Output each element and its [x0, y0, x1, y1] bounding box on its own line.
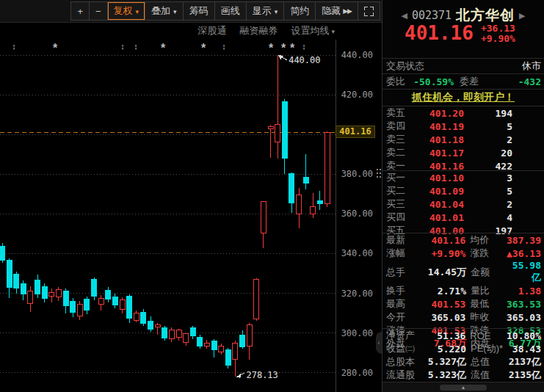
toolbar-button-huaxian[interactable]: 画线	[214, 2, 246, 20]
chart-section: +−复权▾叠加▾筹码画线显示▾简约隐藏▶▶ 深股通融资融券设置均线▾ ↕*↕↕*…	[0, 0, 382, 392]
stat-row: 最高401.53最低363.53	[382, 297, 544, 311]
stat-label: 收益㈡	[386, 342, 424, 355]
chevron-down-icon: ▾	[275, 8, 278, 15]
candle-body	[268, 126, 273, 128]
sell-row[interactable]: 卖五401.20194	[382, 106, 544, 120]
candle-body	[204, 344, 209, 346]
prev-stock-icon[interactable]: ◀	[401, 11, 407, 21]
event-star-icon[interactable]: *	[269, 42, 274, 54]
stock-header: ◀ 002371 北方华创 ▶ 401.16 +36.13 +9.90%	[382, 0, 544, 58]
stat-row: 涨幅+9.90%涨跌▲36.13	[382, 247, 544, 260]
stat-value: 365.03	[424, 312, 466, 323]
sell-row[interactable]: 卖三401.182	[382, 133, 544, 146]
financials-grid: 净资产51.36ROE10.80%收益㈡5.220PE(动)*38.43总股本5…	[382, 328, 544, 382]
candle-body	[84, 300, 90, 311]
event-star-icon[interactable]: *	[290, 42, 295, 54]
panel-collapse-icon[interactable]: ‹	[376, 332, 382, 354]
axis-label: 300.00	[336, 328, 373, 338]
toolbar-button-diejia[interactable]: 叠加▾	[145, 2, 183, 20]
candle-body	[120, 300, 125, 309]
candle-body	[297, 195, 302, 214]
stat-label: 总股本	[386, 355, 424, 369]
stat-label: 量比	[466, 284, 507, 297]
level-label: 买四	[386, 211, 411, 224]
sell-queue: 卖五401.20194卖四401.195卖三401.182卖二401.1720卖…	[382, 106, 544, 170]
event-star-icon[interactable]: *	[201, 42, 206, 54]
event-updown-icon[interactable]: ↕	[12, 42, 16, 51]
stat-row: 换手2.71%量比1.38	[382, 284, 544, 297]
panel-splitter[interactable]: ‹	[375, 40, 382, 392]
level-price: 401.17	[411, 148, 464, 159]
stat-row: 流通股5.323亿流值2135亿	[382, 369, 544, 382]
candle-body	[14, 275, 19, 288]
buy-row[interactable]: 买一401.103	[382, 171, 544, 184]
axis-label: 280.00	[336, 368, 373, 378]
toolbar-button-zoom-in[interactable]: +	[71, 2, 89, 20]
level-volume: 2	[464, 199, 512, 210]
toolbar-button-xianshi[interactable]: 显示▾	[246, 2, 284, 20]
weibi-label: 委比	[386, 75, 405, 88]
event-updown-icon[interactable]: ↕	[120, 42, 125, 51]
toolbar-links: 深股通融资融券设置均线▾	[0, 23, 339, 39]
toolbar-link-shengutong[interactable]: 深股通	[197, 24, 226, 37]
toolbar-button-jianyue[interactable]: 简约	[283, 2, 315, 20]
level-price: 401.01	[411, 212, 464, 223]
sell-row[interactable]: 卖二401.1720	[382, 146, 544, 159]
toolbar-button-zoom-out[interactable]: −	[89, 2, 107, 20]
stock-code: 002371	[412, 9, 451, 22]
next-stock-icon[interactable]: ▶	[519, 11, 525, 21]
weicha-value: -432	[518, 76, 541, 87]
toolbar-link-shezhijunxian[interactable]: 设置均线▾	[291, 24, 335, 37]
splitter-grip-icon[interactable]	[377, 169, 378, 170]
event-updown-icon[interactable]: ↕	[134, 42, 138, 51]
low-annotation: 278.13	[246, 370, 278, 380]
toolbar-button-yincang[interactable]: 隐藏▶▶	[315, 2, 358, 20]
stat-label: PE(动)*	[466, 342, 507, 355]
level-price: 401.20	[411, 108, 464, 119]
candle-body	[176, 330, 181, 338]
toolbar-button-fullscreen[interactable]	[358, 2, 380, 20]
toolbar-button-fuquan[interactable]: 复权▾	[107, 2, 145, 20]
candle-body	[148, 321, 153, 329]
event-star-icon[interactable]: *	[281, 42, 286, 54]
event-star-icon[interactable]: *	[161, 42, 166, 54]
ad-banner: 抓住机会，即刻开户！	[382, 89, 544, 106]
buy-row[interactable]: 买三401.042	[382, 197, 544, 211]
stat-row: 总手14.45万金额55.98亿	[382, 260, 544, 284]
candle-body	[190, 328, 195, 336]
stat-value: ▲36.13	[507, 248, 541, 259]
level-price: 401.18	[411, 134, 464, 145]
stat-value: +9.90%	[424, 248, 466, 259]
buy-row[interactable]: 买二401.095	[382, 184, 544, 197]
level-label: 卖五	[386, 106, 411, 120]
level-label: 卖四	[386, 120, 411, 133]
candle-body	[211, 341, 217, 350]
stat-label: 流通股	[386, 369, 424, 382]
buy-row[interactable]: 买四401.014	[382, 211, 544, 224]
event-star-icon[interactable]: *	[53, 42, 58, 54]
stat-value: 1.38	[507, 286, 541, 297]
last-price-tag: 401.16	[336, 126, 375, 138]
candle-body	[127, 297, 132, 319]
chevron-down-icon: ▾	[173, 8, 177, 15]
event-updown-icon[interactable]: ↕	[222, 42, 226, 51]
candlestick-chart[interactable]: ↕*↕↕**↕***↕440.00278.13	[0, 40, 336, 392]
toolbar-button-chouma[interactable]: 筹码	[183, 2, 214, 20]
candle-body	[49, 292, 54, 296]
weibi-row: 委比 -50.59% 委差 -432	[382, 73, 544, 89]
up-arrow-icon[interactable]: ▲	[440, 385, 487, 391]
weicha-label: 委差	[460, 75, 479, 88]
stat-label: 最低	[465, 297, 507, 311]
sell-row[interactable]: 卖四401.195	[382, 120, 544, 133]
open-account-link[interactable]: 抓住机会，即刻开户！	[412, 91, 515, 104]
level-volume: 194	[464, 108, 512, 119]
event-updown-icon[interactable]: ↕	[302, 42, 306, 51]
level-price: 401.09	[411, 186, 464, 197]
candle-body	[311, 207, 316, 214]
candle-body	[56, 290, 61, 297]
toolbar-link-rongzirongquan[interactable]: 融资融券	[239, 24, 278, 37]
candle-body	[134, 313, 139, 320]
double-arrow-icon: ▶▶	[343, 7, 352, 15]
level-label: 卖三	[386, 133, 411, 146]
trading-status-value: 休市	[522, 59, 541, 73]
